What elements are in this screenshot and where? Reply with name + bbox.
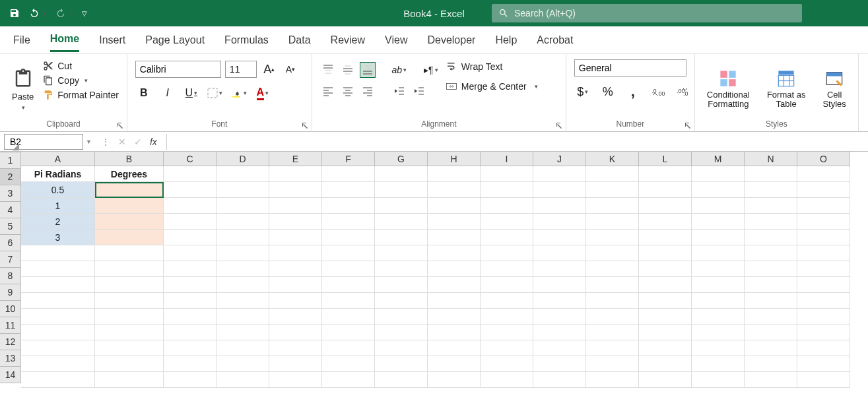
cell-M8[interactable] [692,277,745,293]
cell-B3[interactable] [95,198,164,214]
select-all-corner[interactable] [0,152,21,152]
column-header-N[interactable]: N [745,152,797,166]
row-header-8[interactable]: 8 [0,268,21,284]
cell-F11[interactable] [322,325,375,340]
cell-L1[interactable] [639,166,692,182]
cell-O4[interactable] [797,214,850,230]
cell-K8[interactable] [586,277,639,293]
cell-F4[interactable] [322,214,375,230]
cell-A6[interactable] [21,245,95,261]
cell-M14[interactable] [692,372,745,388]
cell-J1[interactable] [533,166,586,182]
cell-F6[interactable] [322,245,375,261]
cell-L7[interactable] [639,261,692,277]
cell-O14[interactable] [797,372,850,388]
align-right-button[interactable] [360,83,376,99]
cell-H7[interactable] [428,261,481,277]
cell-K7[interactable] [586,261,639,277]
cell-C9[interactable] [164,293,217,309]
cell-N12[interactable] [745,340,797,356]
cell-N5[interactable] [745,230,797,245]
cell-O8[interactable] [797,277,850,293]
cell-B2[interactable] [95,182,164,198]
formula-input[interactable] [166,134,868,150]
cell-D6[interactable] [217,245,269,261]
cell-H3[interactable] [428,198,481,214]
tab-insert[interactable]: Insert [99,29,125,51]
cell-E4[interactable] [269,214,322,230]
cell-E7[interactable] [269,261,322,277]
cell-E2[interactable] [269,182,322,198]
cell-C13[interactable] [164,356,217,372]
cell-C12[interactable] [164,340,217,356]
cell-E13[interactable] [269,356,322,372]
accounting-format-button[interactable]: $▾ [574,83,591,100]
cell-B5[interactable] [95,230,164,245]
cell-L8[interactable] [639,277,692,293]
alignment-launcher[interactable] [555,121,563,129]
cell-M1[interactable] [692,166,745,182]
cell-N14[interactable] [745,372,797,388]
cell-M3[interactable] [692,198,745,214]
column-header-I[interactable]: I [481,152,533,166]
cell-F7[interactable] [322,261,375,277]
cell-B10[interactable] [95,309,164,325]
cell-K12[interactable] [586,340,639,356]
cell-O5[interactable] [797,230,850,245]
row-header-10[interactable]: 10 [0,301,21,317]
cell-I14[interactable] [481,372,533,388]
underline-button[interactable]: U▾ [183,84,200,102]
cell-M6[interactable] [692,245,745,261]
cell-E6[interactable] [269,245,322,261]
cell-N10[interactable] [745,309,797,325]
cell-F2[interactable] [322,182,375,198]
redo-button[interactable]: ▾ [55,8,73,18]
decrease-decimal-button[interactable]: .00.0 [675,83,692,100]
tab-file[interactable]: File [13,29,30,51]
cell-H6[interactable] [428,245,481,261]
cell-D13[interactable] [217,356,269,372]
save-button[interactable] [9,8,20,18]
tab-help[interactable]: Help [495,29,517,51]
font-name-input[interactable] [135,61,221,78]
cell-L12[interactable] [639,340,692,356]
cell-B14[interactable] [95,372,164,388]
cell-L14[interactable] [639,372,692,388]
qat-customize[interactable]: ▽ [82,10,87,17]
cell-A13[interactable] [21,356,95,372]
cell-L10[interactable] [639,309,692,325]
align-middle-button[interactable] [340,62,356,78]
cell-J5[interactable] [533,230,586,245]
cell-H1[interactable] [428,166,481,182]
cell-M7[interactable] [692,261,745,277]
percent-button[interactable]: % [599,83,617,100]
increase-font-button[interactable]: A▴ [261,61,278,78]
cell-A7[interactable] [21,261,95,277]
cell-N6[interactable] [745,245,797,261]
row-header-4[interactable]: 4 [0,202,21,218]
cell-A5[interactable]: 3 [21,230,95,245]
row-header-14[interactable]: 14 [0,367,21,383]
row-header-9[interactable]: 9 [0,284,21,301]
cell-G14[interactable] [375,372,428,388]
cell-D11[interactable] [217,325,269,340]
cell-G11[interactable] [375,325,428,340]
cell-H8[interactable] [428,277,481,293]
align-center-button[interactable] [340,83,356,99]
cell-H12[interactable] [428,340,481,356]
cell-G6[interactable] [375,245,428,261]
cell-H13[interactable] [428,356,481,372]
column-header-F[interactable]: F [322,152,375,166]
cell-E9[interactable] [269,293,322,309]
cell-K10[interactable] [586,309,639,325]
text-direction-button[interactable]: ▸¶▾ [423,62,439,78]
row-header-11[interactable]: 11 [0,317,21,334]
cell-A1[interactable]: Pi Radians [21,166,95,182]
row-header-5[interactable]: 5 [0,218,21,235]
cell-J6[interactable] [533,245,586,261]
cell-K14[interactable] [586,372,639,388]
cell-G1[interactable] [375,166,428,182]
cell-A14[interactable] [21,372,95,388]
cell-J10[interactable] [533,309,586,325]
cell-C7[interactable] [164,261,217,277]
